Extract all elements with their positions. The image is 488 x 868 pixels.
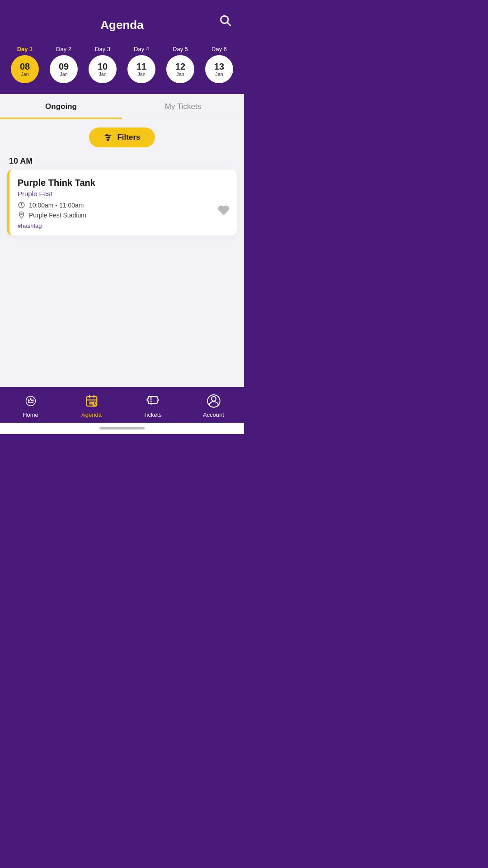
tab-my-tickets[interactable]: My Tickets	[122, 94, 244, 119]
event-meta: 10:00am - 11:00am Purple Fest Stadium	[18, 201, 229, 219]
day-circle-4[interactable]: 11Jan	[127, 55, 155, 83]
tickets-icon	[145, 393, 160, 409]
day-label-1: Day 1	[17, 46, 33, 52]
filters-row: Filters	[0, 119, 244, 152]
day-label-6: Day 6	[211, 46, 227, 52]
svg-point-5	[106, 134, 108, 136]
filters-label: Filters	[117, 133, 140, 142]
day-month-3: Jan	[99, 71, 107, 77]
nav-item-agenda[interactable]: Agenda	[61, 393, 122, 418]
day-label-3: Day 3	[95, 46, 110, 52]
event-organizer: Pruple Fest	[18, 190, 229, 198]
day-label-2: Day 2	[56, 46, 71, 52]
svg-point-9	[21, 213, 23, 215]
agenda-icon	[84, 393, 99, 409]
nav-label-account: Account	[203, 411, 224, 418]
svg-point-14	[33, 400, 33, 401]
event-title: Purple Think Tank	[18, 178, 229, 188]
day-circle-5[interactable]: 12Jan	[166, 55, 194, 83]
day-month-4: Jan	[137, 71, 145, 77]
nav-item-account[interactable]: Account	[183, 393, 244, 418]
bottom-pill-bar	[0, 423, 244, 434]
nav-label-tickets: Tickets	[143, 411, 162, 418]
day-circle-1[interactable]: 08Jan	[11, 55, 39, 83]
search-icon	[219, 14, 231, 26]
day-item-6[interactable]: Day 613Jan	[205, 46, 233, 83]
svg-line-1	[227, 22, 230, 25]
favorite-button[interactable]	[218, 204, 230, 217]
day-month-1: Jan	[21, 71, 29, 77]
day-num-3: 10	[98, 61, 108, 71]
nav-label-agenda: Agenda	[81, 411, 102, 418]
day-num-6: 13	[214, 61, 224, 71]
filters-button[interactable]: Filters	[89, 127, 155, 147]
home-indicator	[99, 427, 145, 429]
day-item-1[interactable]: Day 108Jan	[11, 46, 39, 83]
svg-point-10	[26, 396, 35, 406]
day-month-2: Jan	[60, 71, 68, 77]
home-icon	[23, 393, 38, 409]
day-item-4[interactable]: Day 411Jan	[127, 46, 155, 83]
event-time: 10:00am - 11:00am	[29, 202, 84, 209]
content-spacer	[0, 236, 244, 326]
page-title: Agenda	[100, 18, 143, 32]
account-icon	[206, 393, 221, 409]
day-num-1: 08	[20, 61, 30, 71]
tab-ongoing[interactable]: Ongoing	[0, 94, 122, 119]
day-label-5: Day 5	[173, 46, 188, 52]
day-label-4: Day 4	[134, 46, 149, 52]
search-button[interactable]	[217, 12, 233, 29]
header: Agenda	[0, 0, 244, 41]
day-selector: Day 108JanDay 209JanDay 310JanDay 411Jan…	[0, 41, 244, 94]
day-circle-6[interactable]: 13Jan	[205, 55, 233, 83]
day-month-5: Jan	[176, 71, 184, 77]
day-num-4: 11	[136, 61, 146, 71]
day-item-2[interactable]: Day 209Jan	[50, 46, 78, 83]
event-card[interactable]: Purple Think Tank Pruple Fest 10:00am - …	[7, 170, 237, 236]
day-circle-2[interactable]: 09Jan	[50, 55, 78, 83]
day-num-2: 09	[59, 61, 69, 71]
event-location: Purple Fest Stadium	[29, 212, 86, 219]
event-location-row: Purple Fest Stadium	[18, 211, 229, 219]
day-item-5[interactable]: Day 512Jan	[166, 46, 194, 83]
svg-point-13	[30, 398, 31, 399]
day-item-3[interactable]: Day 310Jan	[89, 46, 117, 83]
svg-point-7	[108, 139, 109, 140]
nav-item-tickets[interactable]: Tickets	[122, 393, 183, 418]
event-hashtag: #hashtag	[18, 222, 229, 229]
tabs-bar: Ongoing My Tickets	[0, 94, 244, 119]
svg-point-12	[28, 400, 28, 401]
event-time-row: 10:00am - 11:00am	[18, 201, 229, 209]
bottom-nav: Home Agenda Tickets	[0, 387, 244, 423]
nav-item-home[interactable]: Home	[0, 393, 61, 418]
day-circle-3[interactable]: 10Jan	[89, 55, 117, 83]
nav-label-home: Home	[23, 411, 38, 418]
svg-point-6	[108, 137, 110, 138]
location-icon	[18, 211, 25, 219]
day-num-5: 12	[175, 61, 185, 71]
main-content: Ongoing My Tickets Filters 10 AM Purple …	[0, 94, 244, 387]
heart-icon	[218, 204, 230, 216]
svg-point-23	[211, 396, 216, 401]
day-month-6: Jan	[215, 71, 223, 77]
clock-icon	[18, 201, 25, 209]
time-section-label: 10 AM	[0, 152, 244, 170]
filters-icon	[103, 133, 113, 142]
